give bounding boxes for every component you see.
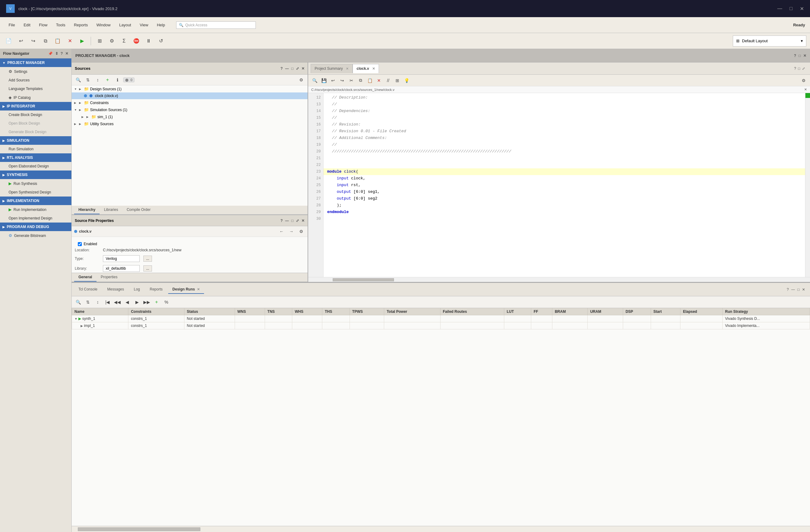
props-gear-button[interactable]: ⚙: [297, 228, 305, 235]
props-float-icon[interactable]: □: [291, 219, 293, 223]
pin-icon[interactable]: 📌: [48, 51, 53, 56]
program-button[interactable]: ⊞: [95, 36, 104, 46]
settings-button[interactable]: ⚙: [107, 36, 117, 46]
nav-run-simulation[interactable]: Run Simulation: [0, 145, 71, 153]
editor-delete-button[interactable]: ✕: [375, 77, 383, 84]
editor-save-button[interactable]: 💾: [320, 77, 328, 84]
tab-libraries[interactable]: Libraries: [100, 206, 122, 214]
code-horizontal-scrollbar[interactable]: [308, 277, 810, 282]
bottom-close-icon[interactable]: ✕: [802, 287, 805, 292]
nav-language-templates[interactable]: Language Templates: [0, 84, 71, 93]
type-input[interactable]: [103, 255, 140, 262]
close-design-runs-icon[interactable]: ✕: [197, 287, 200, 291]
tab-general[interactable]: General: [74, 273, 97, 282]
props-forward-button[interactable]: →: [287, 228, 295, 235]
reset-button[interactable]: ↺: [156, 36, 166, 46]
editor-search-button[interactable]: 🔍: [311, 77, 319, 84]
nav-open-synthesized-design[interactable]: Open Synthesized Design: [0, 188, 71, 197]
editor-expand-icon[interactable]: ⤢: [802, 66, 805, 71]
sources-filter-button[interactable]: ⇅: [84, 76, 92, 84]
nav-open-elaborated-design[interactable]: Open Elaborated Design: [0, 162, 71, 170]
props-back-button[interactable]: ←: [278, 228, 286, 235]
runs-sort-button[interactable]: ↕: [94, 298, 102, 306]
nav-generate-bitstream[interactable]: ⚙ Generate Bitstream: [0, 231, 71, 240]
runs-filter-button[interactable]: ⇅: [84, 298, 92, 306]
props-help-icon[interactable]: ?: [280, 219, 282, 223]
nav-generate-block-design[interactable]: Generate Block Design: [0, 128, 71, 136]
nav-create-block-design[interactable]: Create Block Design: [0, 111, 71, 119]
runs-add-button[interactable]: +: [152, 298, 161, 306]
section-synthesis[interactable]: ▶ SYNTHESIS: [0, 170, 71, 179]
sources-sort-button[interactable]: ↕: [94, 76, 102, 84]
layout-dropdown[interactable]: ⊞ Default Layout ▾: [733, 35, 806, 47]
section-ip-integrator[interactable]: ▶ IP INTEGRATOR: [0, 102, 71, 111]
sources-minimize-icon[interactable]: —: [285, 66, 289, 71]
tab-properties[interactable]: Properties: [97, 273, 122, 282]
type-browse-button[interactable]: ...: [143, 255, 152, 262]
nav-settings[interactable]: ⚙ Settings: [0, 67, 71, 76]
maximize-button[interactable]: □: [790, 6, 793, 12]
code-lines[interactable]: // Description: // // Dependencies: // /…: [324, 93, 805, 277]
menu-edit[interactable]: Edit: [20, 21, 34, 29]
tab-hierarchy[interactable]: Hierarchy: [74, 206, 100, 214]
tab-reports[interactable]: Reports: [146, 285, 167, 294]
tree-utility-sources[interactable]: ▶ ▶ 📁 Utility Sources: [72, 120, 308, 127]
editor-paste-button[interactable]: 📋: [366, 77, 374, 84]
close-button[interactable]: ✕: [800, 6, 804, 12]
nav-run-implementation[interactable]: ▶ Run Implementation: [0, 205, 71, 214]
tree-constraints[interactable]: ▶ ▶ 📁 Constraints: [72, 99, 308, 106]
stop-button[interactable]: ⛔: [131, 36, 141, 46]
editor-redo-button[interactable]: ↪: [338, 77, 346, 84]
synth1-expand-icon[interactable]: ▼: [75, 317, 78, 320]
tree-clock-file[interactable]: clock (clock.v): [72, 93, 308, 99]
enabled-checkbox[interactable]: [78, 242, 82, 246]
sources-add-button[interactable]: +: [103, 76, 112, 84]
menu-help[interactable]: Help: [153, 21, 169, 29]
menu-tools[interactable]: Tools: [52, 21, 69, 29]
editor-bulb-button[interactable]: 💡: [403, 77, 410, 84]
tab-log[interactable]: Log: [130, 285, 144, 294]
menu-flow[interactable]: Flow: [35, 21, 51, 29]
nav-ip-catalog[interactable]: ◈ IP Catalog: [0, 93, 71, 102]
nav-open-block-design[interactable]: Open Block Design: [0, 119, 71, 128]
tab-clock-v[interactable]: clock.v ✕: [353, 64, 379, 73]
menu-layout[interactable]: Layout: [115, 21, 135, 29]
pause-button[interactable]: ⏸: [144, 36, 153, 46]
editor-undo-button[interactable]: ↩: [329, 77, 337, 84]
sources-gear-button[interactable]: ⚙: [297, 76, 305, 84]
undo-button[interactable]: ↩: [16, 36, 26, 46]
panel-help-icon[interactable]: ?: [794, 53, 796, 58]
table-row[interactable]: ▼ ▶ synth_1 constrs_1 Not started: [72, 315, 810, 322]
tab-design-runs[interactable]: Design Runs ✕: [168, 285, 204, 294]
run-button[interactable]: ▶: [77, 36, 87, 46]
menu-file[interactable]: File: [5, 21, 19, 29]
editor-copy-button[interactable]: ⧉: [357, 77, 364, 84]
runs-first-button[interactable]: |◀: [103, 298, 112, 306]
panel-restore-icon[interactable]: □: [799, 53, 801, 58]
runs-next-button[interactable]: ▶: [133, 298, 141, 306]
bottom-help-icon[interactable]: ?: [787, 287, 789, 292]
section-implementation[interactable]: ▶ IMPLEMENTATION: [0, 197, 71, 205]
bottom-float-icon[interactable]: □: [797, 287, 799, 292]
bottom-horizontal-scrollbar[interactable]: [72, 526, 810, 532]
section-project-manager[interactable]: ▼ PROJECT MANAGER: [0, 59, 71, 67]
editor-comment-button[interactable]: //: [384, 77, 392, 84]
editor-help-icon[interactable]: ?: [794, 66, 796, 71]
sources-expand-icon[interactable]: ⤢: [296, 66, 299, 71]
sources-help-icon[interactable]: ?: [280, 66, 282, 71]
runs-search-button[interactable]: 🔍: [74, 298, 82, 306]
tree-sim1[interactable]: ▶ ▶ 📁 sim_1 (1): [72, 113, 308, 120]
nav-expand-icon[interactable]: ⇕: [55, 51, 58, 56]
nav-open-implemented-design[interactable]: Open Implemented Design: [0, 214, 71, 222]
runs-prev-button[interactable]: ◀: [123, 298, 131, 306]
library-browse-button[interactable]: ...: [143, 265, 152, 271]
tree-simulation-sources[interactable]: ▼ ▶ 📁 Simulation Sources (1): [72, 106, 308, 113]
close-clock-v-icon[interactable]: ✕: [372, 67, 375, 71]
section-program-debug[interactable]: ▶ PROGRAM AND DEBUG: [0, 222, 71, 231]
impl1-expand-icon[interactable]: ▶: [81, 324, 83, 328]
quick-access-search[interactable]: 🔍 Quick Access: [176, 21, 256, 29]
tab-compile-order[interactable]: Compile Order: [122, 206, 155, 214]
nav-add-sources[interactable]: Add Sources: [0, 76, 71, 84]
section-rtl-analysis[interactable]: ▶ RTL ANALYSIS: [0, 153, 71, 162]
library-input[interactable]: [103, 265, 140, 272]
